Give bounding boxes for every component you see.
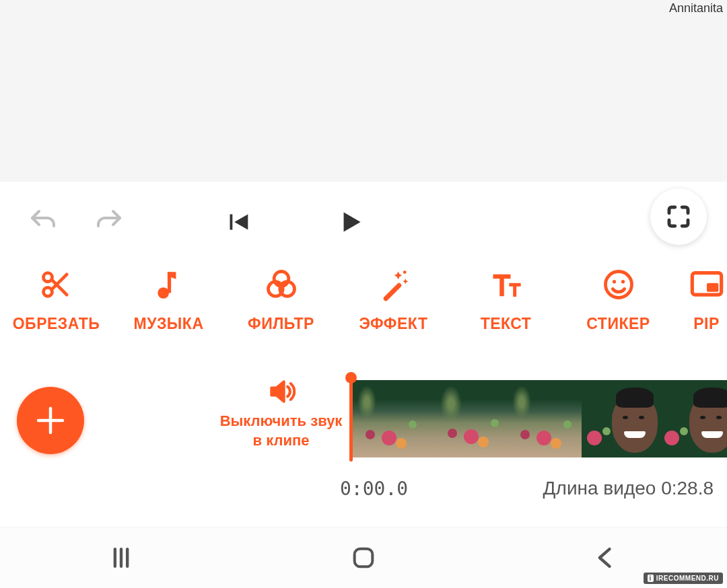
tool-cut[interactable]: ОБРЕЗАТЬ (0, 259, 112, 353)
scissors-icon (39, 266, 74, 303)
tool-label: ЭФФЕКТ (359, 315, 427, 333)
tool-effect[interactable]: ЭФФЕКТ (337, 259, 450, 353)
text-icon (489, 266, 524, 303)
tool-filter[interactable]: ФИЛЬТР (225, 259, 337, 353)
video-preview-area (0, 0, 727, 182)
nav-back-button[interactable] (539, 543, 673, 573)
clip-thumbnail[interactable] (349, 380, 427, 457)
current-time: 0:00.0 (340, 478, 408, 500)
clip-thumbnail[interactable] (427, 380, 504, 457)
svg-point-11 (605, 271, 631, 297)
tool-strip[interactable]: ОБРЕЗАТЬ МУЗЫКА ФИЛЬТР ЭФФЕКТ ТЕКСТ СТИК… (0, 259, 727, 353)
svg-rect-9 (382, 282, 402, 301)
tool-label: ТЕКСТ (481, 315, 532, 333)
tool-label: ФИЛЬТР (248, 315, 314, 333)
timeline-clip-strip[interactable] (349, 380, 727, 457)
mute-clip-button[interactable]: Выключить звук в клипе (219, 377, 343, 450)
timeline-playhead[interactable] (349, 376, 353, 462)
tool-music[interactable]: МУЗЫКА (112, 259, 225, 353)
tool-label: СТИКЕР (586, 315, 650, 333)
recents-icon (106, 543, 136, 573)
speaker-icon (267, 377, 296, 406)
fullscreen-button[interactable] (650, 188, 707, 245)
clip-thumbnail[interactable] (659, 380, 727, 457)
skip-to-start-icon[interactable] (222, 207, 253, 237)
watermark-username: Annitanita (669, 1, 723, 15)
watermark-site-badge: iIRECOMMEND.RU (644, 573, 723, 584)
nav-home-button[interactable] (296, 544, 431, 571)
tool-text[interactable]: ТЕКСТ (450, 259, 562, 353)
undo-redo-group (27, 206, 125, 238)
tool-pip[interactable]: PIP (674, 259, 727, 353)
nav-recents-button[interactable] (54, 543, 188, 573)
redo-icon[interactable] (93, 206, 125, 238)
tool-label: PIP (693, 315, 720, 333)
svg-rect-15 (707, 283, 718, 291)
tool-sticker[interactable]: СТИКЕР (562, 259, 674, 353)
play-icon[interactable] (334, 205, 368, 239)
android-nav-bar (0, 527, 727, 588)
timeline-track-area: Выключить звук в клипе 0:00.0 Длина виде… (0, 373, 727, 501)
back-icon (591, 543, 621, 573)
plus-icon (32, 402, 69, 439)
tool-label: МУЗЫКА (133, 315, 203, 333)
music-note-icon (152, 266, 186, 303)
add-clip-button[interactable] (17, 387, 84, 454)
svg-point-4 (158, 287, 169, 299)
svg-point-12 (612, 280, 615, 283)
svg-rect-21 (355, 549, 373, 567)
magic-wand-icon (376, 266, 411, 303)
video-duration: Длина видео 0:28.8 (543, 478, 714, 500)
playback-controls-bar (0, 195, 727, 249)
filter-circles-icon (264, 266, 299, 303)
watermark-site-prefix: i (648, 575, 654, 582)
smiley-icon (601, 266, 636, 303)
home-icon (350, 544, 377, 571)
mute-label: Выключить звук в клипе (219, 412, 343, 450)
time-display-row: 0:00.0 Длина видео 0:28.8 (340, 478, 714, 500)
fullscreen-icon (664, 203, 693, 231)
tool-label: ОБРЕЗАТЬ (13, 315, 100, 333)
svg-point-10 (403, 270, 406, 274)
clip-thumbnail[interactable] (504, 380, 582, 457)
watermark-site-name: IRECOMMEND.RU (656, 575, 719, 582)
undo-icon[interactable] (27, 206, 59, 238)
clip-thumbnail[interactable] (582, 380, 659, 457)
svg-point-13 (621, 280, 624, 283)
pip-icon (689, 266, 724, 303)
center-playback-controls (222, 205, 368, 239)
